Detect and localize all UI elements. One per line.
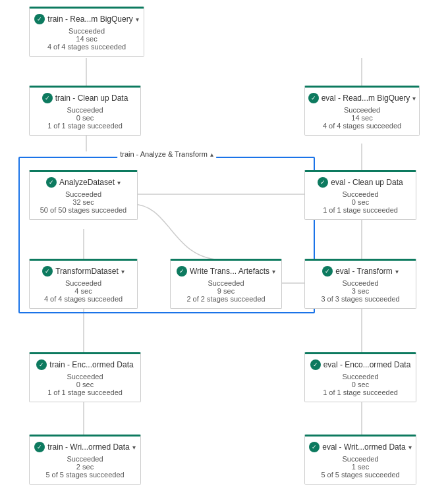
node-eval-transform-stages: 3 of 3 stages succeeded	[312, 295, 409, 303]
node-train-written-status: Succeeded	[36, 455, 134, 463]
node-analyze-dataset-status: Succeeded	[36, 190, 130, 198]
node-train-read-header: ✓ train - Rea...m BigQuery ▾	[36, 14, 137, 24]
node-train-cleanup-time: 0 sec	[36, 114, 134, 122]
node-eval-written[interactable]: ✓ eval - Writ...ormed Data ▾ Succeeded 1…	[304, 435, 416, 485]
check-icon: ✓	[310, 359, 321, 370]
node-eval-transform-header: ✓ eval - Transform ▾	[312, 266, 409, 277]
node-transform-dataset-status: Succeeded	[36, 279, 130, 287]
check-icon: ✓	[36, 359, 47, 370]
node-eval-cleanup-header: ✓ eval - Clean up Data	[312, 177, 409, 188]
check-icon: ✓	[318, 177, 328, 188]
node-eval-transform[interactable]: ✓ eval - Transform ▾ Succeeded 3 sec 3 o…	[304, 259, 416, 309]
node-train-written[interactable]: ✓ train - Wri...ormed Data ▾ Succeeded 2…	[29, 435, 141, 485]
node-eval-encoded-status: Succeeded	[312, 373, 409, 381]
check-icon: ✓	[34, 14, 45, 24]
node-transform-dataset-header: ✓ TransformDataset ▾	[36, 266, 130, 277]
check-icon: ✓	[46, 177, 57, 188]
node-eval-written-status: Succeeded	[312, 455, 409, 463]
node-write-trans-artefacts-header: ✓ Write Trans... Artefacts ▾	[177, 266, 275, 277]
node-eval-written-header: ✓ eval - Writ...ormed Data ▾	[312, 442, 409, 452]
node-eval-written-title: eval - Writ...ormed Data	[322, 442, 405, 452]
check-icon: ✓	[177, 266, 187, 277]
chevron-down-icon[interactable]: ▾	[395, 268, 399, 275]
node-eval-cleanup-stages: 1 of 1 stage succeeded	[312, 206, 409, 214]
node-eval-cleanup[interactable]: ✓ eval - Clean up Data Succeeded 0 sec 1…	[304, 170, 416, 220]
node-analyze-dataset-header: ✓ AnalyzeDataset ▾	[36, 177, 130, 188]
node-eval-written-stages: 5 of 5 stages succeeded	[312, 471, 409, 479]
node-eval-read-header: ✓ eval - Read...m BigQuery ▾	[312, 93, 412, 103]
node-train-encoded-time: 0 sec	[36, 381, 134, 388]
check-icon: ✓	[34, 442, 45, 452]
node-train-written-time: 2 sec	[36, 463, 134, 471]
node-train-cleanup-title: train - Clean up Data	[55, 93, 128, 103]
node-train-read-time: 14 sec	[36, 35, 137, 43]
node-eval-transform-time: 3 sec	[312, 287, 409, 295]
node-analyze-dataset-time: 32 sec	[36, 198, 130, 206]
node-eval-encoded-time: 0 sec	[312, 381, 409, 388]
node-eval-written-time: 1 sec	[312, 463, 409, 471]
chevron-down-icon[interactable]: ▾	[408, 444, 412, 451]
node-eval-transform-title: eval - Transform	[335, 267, 393, 276]
node-train-cleanup-header: ✓ train - Clean up Data	[36, 93, 134, 103]
node-transform-dataset-stages: 4 of 4 stages succeeded	[36, 295, 130, 303]
check-icon: ✓	[308, 93, 319, 103]
check-icon: ✓	[42, 266, 53, 277]
node-train-cleanup[interactable]: ✓ train - Clean up Data Succeeded 0 sec …	[29, 86, 141, 136]
node-train-read-title: train - Rea...m BigQuery	[47, 14, 132, 24]
node-write-trans-artefacts[interactable]: ✓ Write Trans... Artefacts ▾ Succeeded 9…	[170, 259, 282, 309]
chevron-down-icon[interactable]: ▾	[121, 268, 125, 275]
node-train-encoded-status: Succeeded	[36, 373, 134, 381]
node-train-written-title: train - Wri...ormed Data	[47, 442, 129, 452]
node-eval-encoded-header: ✓ eval - Enco...ormed Data	[312, 359, 409, 370]
node-train-read-stages: 4 of 4 stages succeeded	[36, 43, 137, 51]
node-train-encoded[interactable]: ✓ train - Enc...ormed Data Succeeded 0 s…	[29, 352, 141, 402]
node-eval-read-title: eval - Read...m BigQuery	[322, 93, 410, 103]
node-train-written-stages: 5 of 5 stages succeeded	[36, 471, 134, 479]
node-eval-read-time: 14 sec	[312, 114, 412, 122]
node-eval-encoded-stages: 1 of 1 stage succeeded	[312, 388, 409, 396]
node-transform-dataset-time: 4 sec	[36, 287, 130, 295]
node-write-trans-artefacts-status: Succeeded	[177, 279, 275, 287]
chevron-down-icon[interactable]: ▾	[272, 268, 275, 275]
node-train-read-status: Succeeded	[36, 27, 137, 35]
chevron-down-icon[interactable]: ▾	[132, 444, 136, 451]
check-icon: ✓	[309, 442, 320, 452]
node-train-cleanup-stages: 1 of 1 stage succeeded	[36, 122, 134, 130]
node-analyze-dataset-stages: 50 of 50 stages succeeded	[36, 206, 130, 214]
node-analyze-dataset[interactable]: ✓ AnalyzeDataset ▾ Succeeded 32 sec 50 o…	[29, 170, 138, 220]
node-eval-read[interactable]: ✓ eval - Read...m BigQuery ▾ Succeeded 1…	[304, 86, 420, 136]
check-icon: ✓	[322, 266, 333, 277]
node-eval-transform-status: Succeeded	[312, 279, 409, 287]
group-label-text: train - Analyze & Transform	[120, 150, 208, 158]
node-write-trans-artefacts-title: Write Trans... Artefacts	[190, 267, 269, 276]
pipeline-canvas: ✓ train - Rea...m BigQuery ▾ Succeeded 1…	[0, 0, 448, 503]
node-eval-encoded-title: eval - Enco...ormed Data	[323, 360, 411, 369]
node-eval-cleanup-time: 0 sec	[312, 198, 409, 206]
chevron-down-icon[interactable]: ▾	[117, 179, 121, 186]
group-label: train - Analyze & Transform ▴	[117, 150, 216, 158]
node-train-encoded-title: train - Enc...ormed Data	[49, 360, 133, 369]
node-eval-cleanup-status: Succeeded	[312, 190, 409, 198]
node-write-trans-artefacts-time: 9 sec	[177, 287, 275, 295]
node-analyze-dataset-title: AnalyzeDataset	[59, 178, 115, 187]
node-eval-cleanup-title: eval - Clean up Data	[331, 178, 403, 187]
group-chevron-up-icon[interactable]: ▴	[210, 151, 213, 158]
node-transform-dataset-title: TransformDataset	[55, 267, 119, 276]
node-transform-dataset[interactable]: ✓ TransformDataset ▾ Succeeded 4 sec 4 o…	[29, 259, 138, 309]
node-eval-read-status: Succeeded	[312, 106, 412, 114]
node-train-encoded-header: ✓ train - Enc...ormed Data	[36, 359, 134, 370]
chevron-down-icon[interactable]: ▾	[136, 16, 139, 23]
chevron-down-icon[interactable]: ▾	[412, 95, 416, 102]
node-train-cleanup-status: Succeeded	[36, 106, 134, 114]
node-write-trans-artefacts-stages: 2 of 2 stages succeeded	[177, 295, 275, 303]
node-eval-read-stages: 4 of 4 stages succeeded	[312, 122, 412, 130]
node-train-written-header: ✓ train - Wri...ormed Data ▾	[36, 442, 134, 452]
check-icon: ✓	[42, 93, 53, 103]
node-eval-encoded[interactable]: ✓ eval - Enco...ormed Data Succeeded 0 s…	[304, 352, 416, 402]
node-train-read[interactable]: ✓ train - Rea...m BigQuery ▾ Succeeded 1…	[29, 7, 144, 57]
node-train-encoded-stages: 1 of 1 stage succeeded	[36, 388, 134, 396]
